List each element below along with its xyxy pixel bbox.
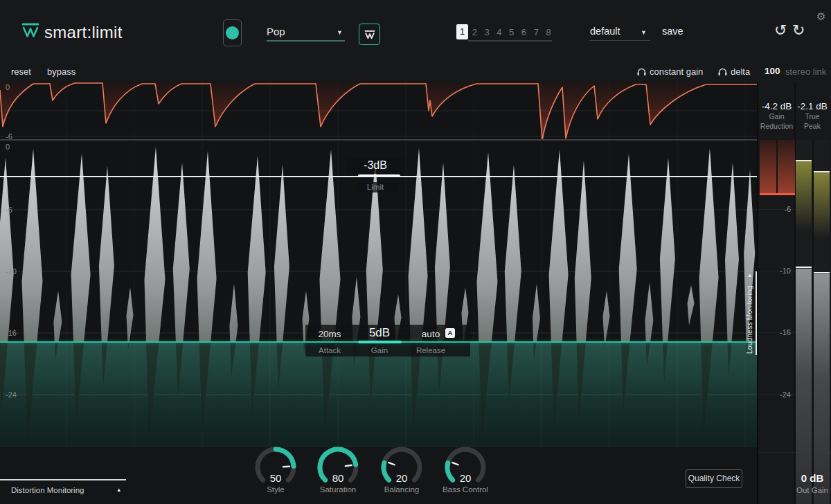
release-value[interactable]: auto bbox=[416, 329, 446, 339]
expand-arrow-icon[interactable]: ▲ bbox=[747, 272, 752, 278]
sonible-logo-icon bbox=[21, 21, 40, 40]
axis-label: 0 bbox=[6, 143, 10, 151]
meter-axis-label: -16 bbox=[769, 328, 791, 336]
gain-reduction-peak-line bbox=[760, 193, 795, 195]
bass-control-knob[interactable]: 20 Bass Control bbox=[443, 445, 488, 488]
stereo-link-label[interactable]: stereo link bbox=[785, 66, 826, 77]
preset-slot-2[interactable]: 2 bbox=[469, 27, 481, 37]
preset-slot-6[interactable]: 6 bbox=[518, 27, 530, 37]
preset-slot-8[interactable]: 8 bbox=[543, 27, 555, 37]
preset-underline bbox=[589, 40, 650, 42]
smart-limit-window: smart:limit Pop ▼ 1 2 3 4 5 6 7 8 defaul… bbox=[0, 0, 831, 504]
meter-axis-label: -10 bbox=[769, 267, 791, 275]
headphones-icon bbox=[636, 67, 647, 76]
knob-value: 80 bbox=[315, 472, 361, 484]
gain-label: Gain bbox=[358, 346, 401, 354]
learn-record-button[interactable] bbox=[223, 19, 242, 46]
axis-label: -16 bbox=[6, 329, 17, 337]
redo-icon[interactable]: ↻ bbox=[792, 23, 805, 38]
limit-line-handle[interactable] bbox=[358, 174, 400, 178]
delta-toggle[interactable]: delta bbox=[731, 66, 750, 77]
level-fill-left bbox=[796, 269, 812, 504]
knob-label: Balancing bbox=[379, 485, 425, 494]
gain-reduction-label: Gain bbox=[758, 112, 795, 120]
expand-arrow-icon[interactable]: ▲ bbox=[116, 487, 121, 493]
axis-label: -6 bbox=[6, 132, 12, 141]
meter-divider bbox=[776, 140, 778, 195]
knob-label: Style bbox=[253, 485, 298, 494]
panel-gutter bbox=[757, 82, 758, 504]
gain-reduction-label: Reduction bbox=[758, 122, 795, 130]
out-gain-value[interactable]: 0 dB bbox=[794, 472, 830, 484]
true-peak-label: True bbox=[795, 112, 830, 120]
knob-value: 20 bbox=[379, 472, 425, 484]
below-gain-region bbox=[0, 341, 757, 447]
preset-caret-icon[interactable]: ▼ bbox=[641, 29, 647, 36]
axis-label: -6 bbox=[6, 206, 12, 214]
saturation-knob[interactable]: 80 Saturation bbox=[315, 445, 361, 488]
stereo-link-value[interactable]: 100 bbox=[765, 66, 780, 76]
meter-axis-label: -24 bbox=[769, 390, 791, 399]
smart-profile-button[interactable] bbox=[359, 24, 380, 45]
out-gain-label: Out Gain bbox=[794, 486, 830, 494]
record-dot-icon bbox=[226, 26, 239, 39]
meter-axis-label: -6 bbox=[769, 205, 791, 213]
release-auto-badge[interactable]: A bbox=[445, 328, 455, 338]
genre-profile-dropdown[interactable]: Pop bbox=[267, 26, 285, 37]
true-peak-label: Peak bbox=[795, 122, 830, 130]
preset-slot-3[interactable]: 3 bbox=[481, 27, 493, 37]
slots-underline bbox=[468, 40, 552, 42]
preset-slot-1[interactable]: 1 bbox=[456, 24, 468, 39]
preset-slot-bar: 1 2 3 4 5 6 7 8 bbox=[456, 24, 555, 39]
undo-icon[interactable]: ↺ bbox=[774, 23, 787, 38]
distortion-monitoring-drawer[interactable]: Distortion Monitoring bbox=[11, 486, 84, 494]
limit-label: Limit bbox=[341, 183, 410, 191]
balancing-knob[interactable]: 20 Balancing bbox=[379, 445, 425, 488]
preset-slot-7[interactable]: 7 bbox=[530, 27, 542, 37]
true-peak-value: -2.1 dB bbox=[795, 101, 830, 111]
gain-value[interactable]: 5dB bbox=[358, 326, 401, 340]
knob-value: 20 bbox=[443, 472, 488, 484]
preset-slot-5[interactable]: 5 bbox=[506, 27, 517, 37]
axis-label: 0 bbox=[6, 83, 10, 91]
genre-caret-icon[interactable]: ▼ bbox=[337, 29, 343, 36]
preset-dropdown[interactable]: default bbox=[590, 26, 620, 37]
headphones-icon bbox=[717, 67, 728, 76]
knob-value: 50 bbox=[253, 472, 298, 484]
quality-check-button[interactable]: Quality Check bbox=[686, 469, 742, 488]
true-peak-trail-left bbox=[796, 161, 812, 231]
attack-value[interactable]: 20ms bbox=[309, 329, 350, 339]
loudness-monitoring-drawer[interactable]: Loudness Monitoring bbox=[746, 279, 753, 354]
save-button[interactable]: save bbox=[662, 26, 683, 37]
constant-gain-toggle[interactable]: constant gain bbox=[650, 66, 703, 77]
bypass-button[interactable]: bypass bbox=[47, 66, 75, 77]
gain-line-handle[interactable] bbox=[358, 341, 402, 343]
genre-underline bbox=[267, 40, 345, 42]
limit-value[interactable]: -3dB bbox=[341, 159, 410, 172]
reset-button[interactable]: reset bbox=[11, 66, 31, 77]
app-title: smart:limit bbox=[44, 23, 123, 42]
axis-label: -24 bbox=[6, 390, 17, 399]
level-fill-right bbox=[814, 274, 830, 504]
knob-label: Saturation bbox=[315, 485, 361, 494]
gain-reduction-trace bbox=[0, 82, 757, 140]
header bbox=[0, 0, 831, 82]
true-peak-trail-right bbox=[814, 172, 830, 238]
style-knob[interactable]: 50 Style bbox=[253, 445, 298, 488]
release-label: Release bbox=[410, 346, 452, 354]
attack-label: Attack bbox=[309, 346, 350, 354]
gain-reduction-value: -4.2 dB bbox=[758, 101, 795, 111]
sonible-mini-icon bbox=[364, 28, 376, 41]
preset-slot-4[interactable]: 4 bbox=[493, 27, 505, 37]
settings-gear-icon[interactable]: ⚙ bbox=[816, 10, 825, 23]
axis-label: -10 bbox=[6, 267, 17, 276]
knob-label: Bass Control bbox=[443, 485, 488, 494]
distortion-drawer-handle[interactable] bbox=[0, 479, 126, 480]
